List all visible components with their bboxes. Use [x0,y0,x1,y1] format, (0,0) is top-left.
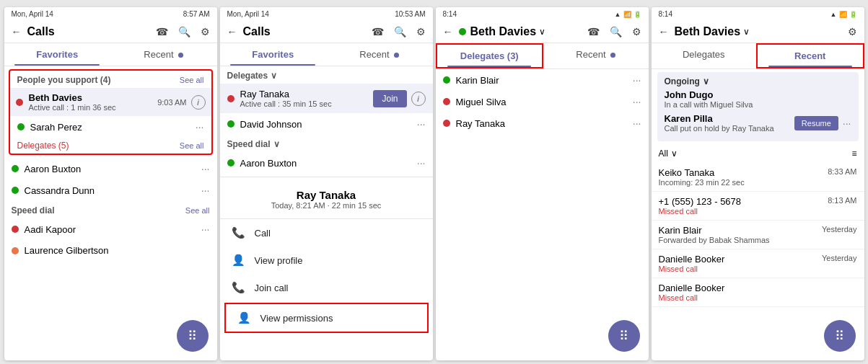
karen-more[interactable]: ··· [843,117,851,129]
join-button[interactable]: Join [373,90,406,107]
info-button-beth[interactable]: i [191,95,206,110]
header-3: ← Beth Davies ∨ ☎ 🔍 ⚙ [436,21,649,43]
tab-recent-1[interactable]: Recent [110,43,217,66]
history-danielle-2[interactable]: Danielle Booker Missed call [652,278,864,307]
aadi-kapoor-row[interactable]: Aadi Kapoor ··· [4,218,217,240]
back-button-1[interactable]: ← [12,26,22,37]
john-dugo-item[interactable]: John Dugo In a call with Miguel Silva [665,89,851,109]
ray-tanaka-row-3[interactable]: Ray Tanaka ··· [436,112,649,134]
sarah-perez-row[interactable]: Sarah Perez ··· [10,116,211,138]
tab-recent-2[interactable]: Recent [326,43,433,66]
caller-name: Ray Tanaka [227,189,426,201]
dial-icon-3[interactable]: ☎ [587,26,600,37]
miguel-silva-row[interactable]: Miguel Silva ··· [436,91,649,112]
info-button-ray[interactable]: i [411,92,426,106]
screen-3: 8:14 ▲ 📶 🔋 ← Beth Davies ∨ ☎ 🔍 ⚙ Delegat… [436,7,649,360]
back-button-2[interactable]: ← [227,26,237,37]
aadi-more[interactable]: ··· [201,223,210,235]
laurence-row[interactable]: Laurence Gilbertson [4,240,217,261]
tab-bar-3: Delegates (3) Recent [436,43,649,69]
beth-status-dot-3 [459,28,466,35]
aaron-dot-2 [227,159,234,167]
ray-status: Active call : 35 min 15 sec [240,99,374,108]
david-johnson-row[interactable]: David Johnson ··· [220,113,433,135]
karin-blair-row[interactable]: Karin Blair ··· [436,69,649,91]
beth-davies-row[interactable]: Beth Davies Active call : 1 min 36 sec 9… [10,88,211,116]
aaron-buxton-row-2[interactable]: Aaron Buxton ··· [220,152,433,174]
menu-join-call[interactable]: 📞 Join call [220,274,433,301]
karen-pilla-item[interactable]: Karen Pilla Call put on hold by Ray Tana… [665,113,851,133]
history-phone[interactable]: +1 (555) 123 - 5678 Missed call 8:13 AM [652,192,864,221]
dial-icon-1[interactable]: ☎ [156,26,168,37]
keiko-name: Keiko Tanaka [659,167,745,178]
resume-button[interactable]: Resume [794,116,838,130]
tab-bar-2: Favorites Recent [220,43,433,66]
karin-more[interactable]: ··· [633,74,641,86]
aaron-more-2[interactable]: ··· [417,157,426,169]
miguel-name: Miguel Silva [456,97,633,107]
david-more[interactable]: ··· [417,118,426,130]
dialpad-fab-3[interactable]: ⠿ [608,320,640,352]
tab-delegates-4[interactable]: Delegates [652,43,757,68]
cassandra-dunn-row[interactable]: Cassandra Dunn ··· [4,179,217,201]
header-icons-2: ☎ 🔍 ⚙ [372,26,426,37]
tab-delegates-3[interactable]: Delegates (3) [436,43,544,68]
menu-view-profile[interactable]: 👤 View profile [220,247,433,274]
tab-recent-4[interactable]: Recent [756,43,864,68]
people-see-all[interactable]: See all [180,76,204,84]
settings-icon-1[interactable]: ⚙ [201,26,210,37]
speed-dial-header-2: Speed dial ∨ [220,135,433,152]
search-icon-1[interactable]: 🔍 [178,26,190,37]
ray-tanaka-row[interactable]: Ray Tanaka Active call : 35 min 15 sec J… [220,84,433,113]
search-icon-3[interactable]: 🔍 [610,26,622,37]
people-label: People you support (4) [17,75,111,85]
ray-more-3[interactable]: ··· [633,117,641,129]
cassandra-more[interactable]: ··· [201,185,210,196]
ray-name: Ray Tanaka [240,89,374,99]
screens-container: Mon, April 14 8:57 AM ← Calls ☎ 🔍 ⚙ Favo… [4,7,864,360]
permissions-menu-icon: 👤 [237,311,252,324]
speed-dial-see-all[interactable]: See all [185,206,210,215]
status-date-1: Mon, April 14 [12,10,53,18]
beth-header-4: Beth Davies ∨ [675,25,848,38]
recent-dot-2 [394,53,399,58]
aaron-buxton-row[interactable]: Aaron Buxton ··· [4,158,217,179]
view-permissions-wrapper: 👤 View permissions [224,303,429,333]
filter-icon[interactable]: ≡ [851,148,856,159]
aaron-more[interactable]: ··· [201,163,210,174]
history-keiko[interactable]: Keiko Tanaka Incoming: 23 min 22 sec 8:3… [652,163,864,192]
search-icon-2[interactable]: 🔍 [394,26,406,37]
tab-favorites-1[interactable]: Favorites [4,43,111,66]
dropdown-chevron-3[interactable]: ∨ [539,27,545,37]
delegates-see-all-s1[interactable]: See all [180,141,204,150]
settings-icon-3[interactable]: ⚙ [632,26,641,37]
ray-dot-3 [443,120,450,127]
sarah-name: Sarah Perez [30,122,196,133]
danielle2-name: Danielle Booker [659,283,725,293]
dialpad-fab-1[interactable]: ⠿ [177,320,209,352]
settings-icon-2[interactable]: ⚙ [416,26,426,37]
tab-recent-3[interactable]: Recent [543,43,649,68]
dial-icon-2[interactable]: ☎ [372,26,384,37]
call-menu-icon: 📞 [232,226,246,239]
back-button-4[interactable]: ← [659,26,669,37]
menu-view-permissions[interactable]: 👤 View permissions [226,304,427,332]
dialpad-fab-4[interactable]: ⠿ [824,320,856,352]
miguel-more[interactable]: ··· [633,96,641,107]
phone-time: 8:13 AM [828,196,856,205]
john-name: John Dugo [665,89,851,100]
tab-favorites-2[interactable]: Favorites [220,43,327,66]
sarah-more[interactable]: ··· [196,121,204,133]
john-sub: In a call with Miguel Silva [665,100,851,109]
laurence-dot [12,247,19,254]
menu-call[interactable]: 📞 Call [220,219,433,247]
status-time-2: 10:53 AM [395,10,425,18]
dropdown-chevron-4[interactable]: ∨ [743,27,750,37]
danielle1-sub: Missed call [659,265,725,273]
recent-dot-1 [178,53,183,58]
history-danielle-1[interactable]: Danielle Booker Missed call Yesterday [652,249,864,278]
screen-4: 8:14 ▲ 📶 🔋 ← Beth Davies ∨ ⚙ Delegates R… [652,7,864,360]
history-karin[interactable]: Karin Blair Forwarded by Babak Shammas Y… [652,221,864,249]
back-button-3[interactable]: ← [443,26,453,37]
settings-icon-4[interactable]: ⚙ [848,26,857,37]
